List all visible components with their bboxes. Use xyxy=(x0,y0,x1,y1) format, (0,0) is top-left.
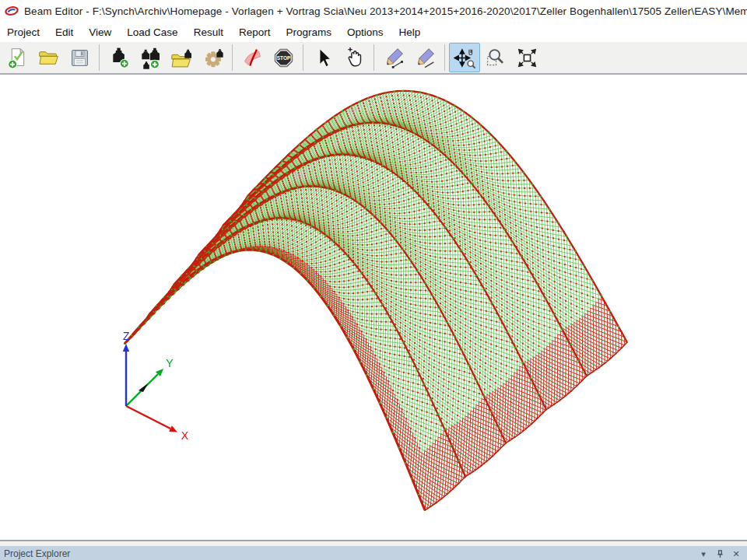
calculate-load-case-button[interactable] xyxy=(197,43,228,72)
menu-view[interactable]: View xyxy=(81,24,119,40)
menu-report[interactable]: Report xyxy=(231,24,279,40)
stop-sign-icon: STOP xyxy=(272,47,295,69)
zoom-extents-icon xyxy=(516,47,538,69)
project-explorer-title: Project Explorer xyxy=(4,548,693,559)
show-results-button[interactable] xyxy=(237,43,268,72)
membrane-result-icon xyxy=(241,47,264,69)
menu-project[interactable]: Project xyxy=(4,24,47,40)
pin-icon xyxy=(716,550,724,558)
zoom-extents-button[interactable] xyxy=(511,43,542,72)
arrow-cursor-icon xyxy=(312,47,335,69)
folder-weight-icon xyxy=(170,47,193,69)
save-project-button[interactable] xyxy=(64,43,95,72)
menu-edit[interactable]: Edit xyxy=(47,24,81,40)
pan-view-button[interactable] xyxy=(338,43,370,72)
zoom-window-icon xyxy=(485,47,507,69)
draw-beam-button[interactable] xyxy=(378,43,409,72)
window-position-menu-button[interactable]: ▾ xyxy=(697,548,710,560)
close-panel-button[interactable]: ✕ xyxy=(730,548,742,560)
hand-pan-icon xyxy=(343,47,366,69)
navigate-3d-button[interactable] xyxy=(449,43,480,72)
new-document-icon xyxy=(6,47,29,69)
menu-programs[interactable]: Programs xyxy=(278,24,339,40)
open-folder-icon xyxy=(37,47,60,69)
menu-options[interactable]: Options xyxy=(339,24,391,40)
toolbar-separator xyxy=(303,44,303,71)
window-title: Beam Editor - F:\Synch\Archiv\Homepage -… xyxy=(24,5,747,17)
pencil-beam-icon xyxy=(383,47,405,69)
dock-splitter[interactable] xyxy=(0,540,747,546)
stop-calculation-button[interactable]: STOP xyxy=(268,43,299,72)
model-viewport-canvas[interactable] xyxy=(0,75,747,540)
model-viewport xyxy=(0,75,747,540)
app-logo-icon xyxy=(5,5,19,16)
draw-line-button[interactable] xyxy=(409,43,440,72)
open-project-button[interactable] xyxy=(33,43,64,72)
pencil-line-icon xyxy=(414,47,437,69)
toolbar-separator xyxy=(232,44,233,71)
beam-editor-window: Beam Editor - F:\Synch\Archiv\Homepage -… xyxy=(0,0,747,560)
project-explorer-header: Project Explorer ▾ ✕ xyxy=(0,546,747,560)
weights-plus-icon xyxy=(139,47,162,69)
toolbar-separator xyxy=(99,44,100,71)
auto-hide-pin-button[interactable] xyxy=(714,548,726,560)
toolbar: STOP xyxy=(0,42,747,75)
select-cursor-button[interactable] xyxy=(307,43,338,72)
new-project-button[interactable] xyxy=(2,43,33,72)
add-load-case-button[interactable] xyxy=(103,43,135,72)
toolbar-separator xyxy=(374,44,374,71)
svg-text:STOP: STOP xyxy=(276,55,290,61)
weight-plus-icon xyxy=(108,47,131,69)
menu-help[interactable]: Help xyxy=(391,24,428,40)
menu-bar: Project Edit View Load Case Result Repor… xyxy=(0,22,747,42)
toolbar-separator xyxy=(444,44,445,71)
zoom-window-button[interactable] xyxy=(480,43,511,72)
menu-load-case[interactable]: Load Case xyxy=(119,24,185,40)
load-case-list-button[interactable] xyxy=(135,43,166,72)
title-bar: Beam Editor - F:\Synch\Archiv\Homepage -… xyxy=(0,0,747,22)
open-load-case-button[interactable] xyxy=(166,43,197,72)
gear-weight-icon xyxy=(202,47,224,69)
orbit-navigate-icon xyxy=(454,47,476,69)
menu-result[interactable]: Result xyxy=(186,24,231,40)
floppy-disk-icon xyxy=(68,47,91,69)
